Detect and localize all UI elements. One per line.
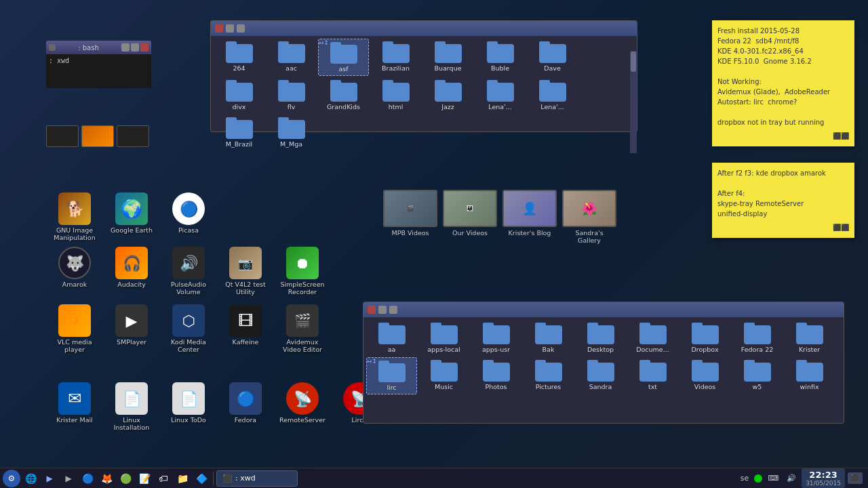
terminal-minimize[interactable] (121, 43, 130, 52)
icon-qt[interactable]: 📷 Qt V4L2 testUtility (218, 244, 273, 298)
folder-flv[interactable]: flv (266, 77, 317, 113)
taskbar-icon-files[interactable]: 📁 (174, 470, 191, 487)
terminal-close[interactable] (140, 43, 149, 52)
folder-lena2[interactable]: Lena'... (527, 77, 578, 113)
vdesktop-1[interactable] (46, 125, 79, 147)
folder-desktop[interactable]: Desktop (575, 320, 626, 356)
icon-ssr[interactable]: ⏺ SimpleScreenRecorder (275, 244, 330, 298)
folder-aac[interactable]: aac (266, 39, 317, 76)
browser-icon: 🔵 (82, 473, 94, 484)
file-bottom-close[interactable] (368, 306, 376, 314)
folder-photos[interactable]: Photos (471, 357, 521, 394)
photo-mpb[interactable]: 🎬 MPB Videos (383, 190, 437, 244)
taskbar-icon-blue[interactable]: 🔷 (193, 470, 210, 487)
icon-smplayer[interactable]: ▶ SMPlayer (104, 302, 159, 356)
folder-mbrazil[interactable]: M_Brazil (214, 115, 264, 150)
folder-fedora22[interactable]: Fedora 22 (732, 320, 783, 356)
folder-264[interactable]: 264 (214, 39, 264, 76)
icon-picasa[interactable]: 🔵 Picasa (161, 190, 216, 244)
folder-txt[interactable]: txt (627, 357, 678, 394)
taskbar-icon-browser[interactable]: 🔵 (79, 470, 96, 487)
photo-sandra[interactable]: 🌺 Sandra'sGallery (562, 190, 616, 244)
terminal-icon (49, 44, 56, 51)
folder-krister[interactable]: Krister (784, 320, 835, 356)
icon-row-4: ✉ Krister Mail 📄 LinuxInstallation 📄 Lin… (47, 380, 387, 434)
folder-grandkids[interactable]: GrandKids (318, 77, 369, 113)
icon-krister-mail[interactable]: ✉ Krister Mail (47, 380, 102, 434)
folder-sandra[interactable]: Sandra (575, 357, 626, 394)
folder-lena1[interactable]: Lena'... (475, 77, 526, 113)
folder-w5[interactable]: w5 (732, 357, 783, 394)
folder-lirc[interactable]: ↔↕ lirc (366, 357, 417, 394)
taskbar-icon-tag[interactable]: 🏷 (155, 470, 172, 487)
file-bottom-max[interactable] (389, 306, 397, 314)
picasa-icon: 🔵 (172, 192, 205, 225)
folder-bak[interactable]: Bak (523, 320, 574, 356)
icon-fedora[interactable]: 🔵 Fedora (218, 380, 273, 434)
tray-lang: se (738, 472, 752, 484)
smplayer-icon: ▶ (115, 304, 148, 337)
clock-date: 31/05/2015 (806, 480, 841, 487)
scrollbar-thumb (631, 52, 636, 72)
taskbar-icon-network[interactable]: 🌐 (22, 470, 39, 487)
folder-docume[interactable]: Docume... (627, 320, 678, 356)
file-bottom-min[interactable] (378, 306, 387, 314)
taskbar-icon-scribes[interactable]: 📝 (136, 470, 153, 487)
icon-kodi[interactable]: ⬡ Kodi MediaCenter (161, 302, 216, 356)
icon-audacity[interactable]: 🎧 Audacity (104, 244, 159, 298)
folder-html[interactable]: html (370, 77, 421, 113)
terminal-maximize[interactable] (131, 43, 139, 52)
icon-linux-todo[interactable]: 📄 Linux ToDo (161, 380, 216, 434)
blue-icon: 🔷 (196, 473, 208, 484)
taskbar-icon-chrome[interactable]: 🟢 (117, 470, 134, 487)
file-top-max[interactable] (237, 24, 245, 33)
scribes-icon: 📝 (139, 473, 151, 484)
taskbar-icon-firefox[interactable]: 🦊 (98, 470, 115, 487)
taskbar-window-xwd[interactable]: ⬛ : xwd (216, 470, 298, 487)
taskbar-icon-arrow1[interactable]: ▶ (41, 470, 58, 487)
file-top-close[interactable] (215, 24, 223, 33)
icon-google-earth[interactable]: 🌍 Google Earth (104, 190, 159, 244)
folder-jazz[interactable]: Jazz (422, 77, 473, 113)
folder-apps-usr[interactable]: apps-usr (471, 320, 521, 356)
folder-asf[interactable]: ↔↕ asf (318, 39, 369, 76)
photo-krister[interactable]: 👤 Krister's Blog (502, 190, 557, 244)
folder-videos[interactable]: Videos (679, 357, 730, 394)
icon-kaffeine[interactable]: 🎞 Kaffeine (218, 302, 273, 356)
photo-sandra-label: Sandra'sGallery (575, 229, 603, 244)
folder-pictures[interactable]: Pictures (523, 357, 574, 394)
icon-vlc[interactable]: 🔸 VLC mediaplayer (47, 302, 102, 356)
photo-mpb-thumb: 🎬 (383, 190, 437, 227)
vdesktop-2[interactable] (81, 125, 114, 147)
icon-pulse[interactable]: 🔊 PulseAudioVolume (161, 244, 216, 298)
icon-linux-inst[interactable]: 📄 LinuxInstallation (104, 380, 159, 434)
folder-aa[interactable]: aa (366, 320, 417, 356)
icon-gimp[interactable]: 🐕 GNU ImageManipulation (47, 190, 102, 244)
tray-show-desktop[interactable]: ⬛ (848, 472, 863, 484)
vdesktop-3[interactable] (117, 125, 149, 147)
icon-remote[interactable]: 📡 RemoteServer (275, 380, 330, 434)
icon-amarok[interactable]: 🐺 Amarok (47, 244, 102, 298)
desktop-icons-row2: 🐺 Amarok 🎧 Audacity 🔊 PulseAudioVolume 📷… (47, 244, 330, 298)
fedora-icon: 🔵 (229, 382, 262, 415)
folder-mmga[interactable]: M_Mga (266, 115, 317, 150)
folder-buarque[interactable]: Buarque (422, 39, 473, 76)
folder-brazilian[interactable]: Brazilian (370, 39, 421, 76)
folder-apps-local[interactable]: apps-local (418, 320, 469, 356)
kde-menu-button[interactable]: ⚙ (3, 470, 20, 487)
folder-winfix[interactable]: winfix (784, 357, 835, 394)
chrome-icon: 🟢 (120, 473, 132, 484)
clock[interactable]: 22:23 31/05/2015 (802, 468, 845, 488)
taskbar-icon-arrow2[interactable]: ▶ (60, 470, 77, 487)
folder-dropbox[interactable]: Dropbox (679, 320, 730, 356)
file-top-min[interactable] (226, 24, 234, 33)
folder-divx[interactable]: divx (214, 77, 264, 113)
photo-our[interactable]: 👨‍👩‍👧 Our Videos (443, 190, 497, 244)
gimp-icon: 🐕 (58, 192, 91, 225)
file-top-scrollbar[interactable] (630, 51, 637, 153)
folder-buble[interactable]: Buble (475, 39, 526, 76)
folder-dave[interactable]: Dave (527, 39, 578, 76)
icon-avidemux[interactable]: 🎬 AvidemuxVideo Editor (275, 302, 330, 356)
folder-music[interactable]: Music (418, 357, 469, 394)
sticky-note-2: After f2 f3: kde dropbox amarok After f4… (712, 163, 854, 238)
